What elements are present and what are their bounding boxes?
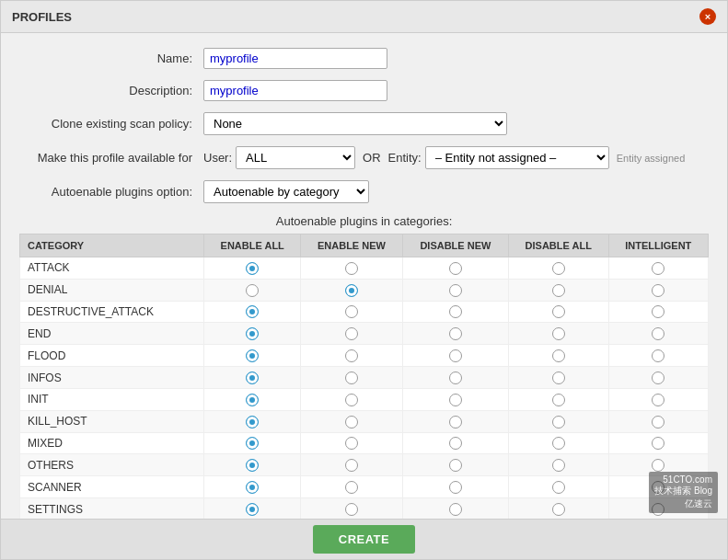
- radio-button[interactable]: [449, 284, 462, 297]
- radio-cell[interactable]: [508, 301, 608, 323]
- radio-button[interactable]: [552, 284, 565, 297]
- radio-cell[interactable]: [402, 388, 508, 410]
- radio-cell[interactable]: [204, 301, 301, 323]
- radio-cell[interactable]: [608, 345, 708, 367]
- radio-button[interactable]: [552, 349, 565, 362]
- radio-cell[interactable]: [402, 476, 508, 498]
- radio-cell[interactable]: [204, 323, 301, 345]
- radio-button[interactable]: [246, 459, 259, 472]
- radio-button[interactable]: [449, 481, 462, 494]
- radio-cell[interactable]: [508, 476, 608, 498]
- radio-button[interactable]: [449, 394, 462, 406]
- radio-cell[interactable]: [608, 432, 708, 454]
- radio-button[interactable]: [345, 416, 358, 429]
- radio-cell[interactable]: [301, 257, 403, 280]
- radio-cell[interactable]: [301, 388, 403, 410]
- clone-select[interactable]: None: [203, 112, 507, 135]
- create-button[interactable]: CREATE: [313, 525, 415, 554]
- radio-button[interactable]: [246, 327, 259, 340]
- radio-cell[interactable]: [608, 279, 708, 301]
- radio-button[interactable]: [246, 371, 259, 384]
- radio-button[interactable]: [345, 503, 358, 516]
- radio-button[interactable]: [552, 262, 565, 275]
- radio-cell[interactable]: [508, 388, 608, 410]
- radio-button[interactable]: [345, 262, 358, 275]
- radio-button[interactable]: [345, 305, 358, 318]
- radio-button[interactable]: [246, 349, 259, 362]
- radio-cell[interactable]: [508, 454, 608, 476]
- radio-cell[interactable]: [204, 345, 301, 367]
- radio-cell[interactable]: [402, 279, 508, 301]
- radio-cell[interactable]: [204, 410, 301, 432]
- radio-cell[interactable]: [508, 432, 608, 454]
- radio-button[interactable]: [345, 327, 358, 340]
- radio-button[interactable]: [345, 284, 358, 297]
- radio-cell[interactable]: [402, 410, 508, 432]
- radio-button[interactable]: [449, 503, 462, 516]
- radio-button[interactable]: [652, 437, 664, 450]
- radio-button[interactable]: [345, 437, 358, 450]
- radio-button[interactable]: [246, 481, 259, 494]
- radio-cell[interactable]: [402, 323, 508, 345]
- radio-cell[interactable]: [508, 345, 608, 367]
- radio-button[interactable]: [449, 327, 462, 340]
- name-input[interactable]: [203, 48, 387, 69]
- radio-button[interactable]: [552, 371, 565, 384]
- radio-button[interactable]: [652, 305, 664, 318]
- radio-cell[interactable]: [301, 432, 403, 454]
- radio-cell[interactable]: [508, 323, 608, 345]
- radio-cell[interactable]: [508, 279, 608, 301]
- radio-cell[interactable]: [402, 257, 508, 280]
- radio-button[interactable]: [345, 481, 358, 494]
- radio-button[interactable]: [449, 416, 462, 429]
- radio-button[interactable]: [652, 349, 664, 362]
- radio-cell[interactable]: [402, 454, 508, 476]
- radio-button[interactable]: [449, 459, 462, 472]
- radio-button[interactable]: [552, 503, 565, 516]
- radio-button[interactable]: [552, 327, 565, 340]
- radio-cell[interactable]: [301, 367, 403, 389]
- radio-button[interactable]: [652, 327, 664, 340]
- radio-cell[interactable]: [402, 367, 508, 389]
- radio-button[interactable]: [552, 305, 565, 318]
- radio-button[interactable]: [246, 262, 259, 275]
- radio-button[interactable]: [552, 437, 565, 450]
- radio-cell[interactable]: [608, 367, 708, 389]
- radio-cell[interactable]: [608, 323, 708, 345]
- entity-select[interactable]: – Entity not assigned –: [425, 146, 609, 169]
- description-input[interactable]: [203, 80, 387, 101]
- radio-button[interactable]: [246, 503, 259, 516]
- radio-button[interactable]: [246, 416, 259, 429]
- radio-cell[interactable]: [402, 498, 508, 520]
- radio-button[interactable]: [552, 416, 565, 429]
- radio-cell[interactable]: [204, 367, 301, 389]
- radio-cell[interactable]: [402, 432, 508, 454]
- radio-button[interactable]: [552, 481, 565, 494]
- radio-cell[interactable]: [301, 345, 403, 367]
- radio-button[interactable]: [246, 437, 259, 450]
- radio-button[interactable]: [652, 459, 664, 472]
- radio-button[interactable]: [246, 284, 259, 297]
- radio-cell[interactable]: [204, 432, 301, 454]
- radio-button[interactable]: [345, 371, 358, 384]
- radio-cell[interactable]: [301, 301, 403, 323]
- radio-button[interactable]: [652, 416, 664, 429]
- radio-cell[interactable]: [301, 410, 403, 432]
- radio-button[interactable]: [449, 371, 462, 384]
- radio-cell[interactable]: [508, 498, 608, 520]
- radio-button[interactable]: [345, 459, 358, 472]
- radio-button[interactable]: [552, 459, 565, 472]
- radio-button[interactable]: [552, 394, 565, 406]
- radio-cell[interactable]: [301, 476, 403, 498]
- radio-button[interactable]: [246, 305, 259, 318]
- radio-button[interactable]: [449, 262, 462, 275]
- radio-cell[interactable]: [204, 476, 301, 498]
- radio-cell[interactable]: [301, 454, 403, 476]
- radio-cell[interactable]: [508, 257, 608, 280]
- radio-cell[interactable]: [508, 367, 608, 389]
- radio-cell[interactable]: [608, 388, 708, 410]
- radio-cell[interactable]: [301, 498, 403, 520]
- radio-cell[interactable]: [608, 410, 708, 432]
- radio-button[interactable]: [449, 437, 462, 450]
- radio-cell[interactable]: [608, 257, 708, 280]
